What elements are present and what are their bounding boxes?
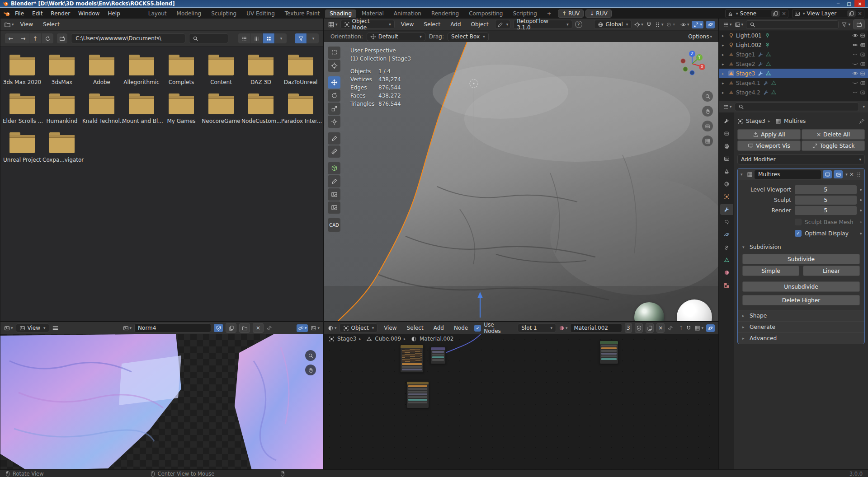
animate-decorator[interactable] <box>860 199 862 201</box>
add-modifier-dropdown[interactable]: Add Modifier▾ <box>737 154 865 164</box>
blender-menu-icon[interactable] <box>4 10 10 17</box>
minimize-button[interactable]: ─ <box>833 0 844 7</box>
ortho-grid-icon[interactable] <box>702 136 713 146</box>
browse-image-dropdown[interactable]: ▾ <box>123 325 132 331</box>
new-collection-button[interactable] <box>853 19 865 29</box>
folder-item[interactable]: 3dsMax <box>42 54 81 85</box>
folder-item[interactable]: Unreal Project <box>3 131 42 163</box>
folder-item[interactable]: Paradox Inter... <box>281 93 320 124</box>
material-name-field[interactable]: Material.002 <box>570 323 622 332</box>
workspace-tab-uv-editing[interactable]: UV Editing <box>242 9 279 18</box>
scene-copy-button[interactable] <box>771 10 780 17</box>
menu-window[interactable]: Window <box>75 9 103 18</box>
cursor-tool[interactable] <box>328 60 340 72</box>
delete-higher-button[interactable]: Delete Higher <box>742 295 860 305</box>
subdivide-linear-button[interactable]: Linear <box>803 266 860 276</box>
proportional-edit-toggle[interactable]: ▾ <box>666 22 675 28</box>
workspace-tab-shading[interactable]: Shading <box>325 9 356 18</box>
rotate-tool[interactable] <box>328 89 340 102</box>
select-box-tool[interactable] <box>328 47 340 59</box>
display-channels-dropdown[interactable]: ▾ <box>311 325 320 331</box>
workspace-tab-layout[interactable]: Layout <box>144 9 171 18</box>
file-path-input[interactable] <box>75 35 182 42</box>
menu-select[interactable]: Select <box>39 20 63 28</box>
shader-type-dropdown[interactable]: Object▾ <box>340 323 378 332</box>
display-settings-dropdown[interactable]: ▾ <box>275 33 287 43</box>
add-workspace-button[interactable]: + <box>542 9 556 18</box>
drag-dropdown[interactable]: Select Box▾ <box>448 33 489 41</box>
measure-tool[interactable] <box>328 145 340 158</box>
open-image-button[interactable] <box>239 323 250 333</box>
folder-item[interactable]: DAZ 3D <box>241 54 280 85</box>
options-dropdown[interactable]: Options▾ <box>688 33 712 40</box>
outliner-filter-dropdown[interactable]: ▾ <box>841 22 850 28</box>
menu-edit[interactable]: Edit <box>28 9 46 18</box>
fake-user-shield-toggle[interactable] <box>214 324 223 332</box>
folder-item[interactable]: My Games <box>162 93 201 124</box>
refresh-button[interactable] <box>42 33 53 43</box>
editor-type-button[interactable]: ▾ <box>328 325 337 331</box>
snap-toggle[interactable] <box>686 325 692 331</box>
material-slot-dropdown[interactable]: Slot 1▾ <box>518 323 556 332</box>
animate-decorator[interactable] <box>860 233 862 234</box>
animate-decorator[interactable] <box>860 189 862 191</box>
menu-node[interactable]: Node <box>450 324 472 332</box>
workspace-tab-animation[interactable]: Animation <box>389 9 426 18</box>
outliner-search-field[interactable] <box>746 20 839 29</box>
render-value[interactable]: 5 <box>795 206 857 215</box>
folder-item[interactable]: NeocoreGame <box>202 93 241 124</box>
back-button[interactable]: ← <box>5 33 17 43</box>
delete-all-button[interactable]: ×Delete All <box>802 129 865 140</box>
folder-item[interactable]: Complets <box>162 54 201 85</box>
folder-item[interactable]: Content <box>202 54 241 85</box>
image-texture-node-2[interactable] <box>406 381 429 408</box>
outliner-item-stage3[interactable]: ▸ Stage3 <box>719 69 868 78</box>
file-search-field[interactable] <box>189 33 228 43</box>
workspace-tab-compositing[interactable]: Compositing <box>464 9 507 18</box>
view-layer-selector[interactable]: ▾ View Layer × <box>792 9 864 18</box>
mode-dropdown[interactable]: Object Mode▾ <box>340 20 395 29</box>
view-layer-remove-icon[interactable]: × <box>858 10 862 17</box>
visibility-eye-icon[interactable] <box>852 70 858 76</box>
parent-dir-button[interactable]: ↑ <box>29 33 41 43</box>
folder-item[interactable]: Adobe <box>82 54 121 85</box>
editor-type-button[interactable]: ▾ <box>4 325 13 331</box>
transform-orientation-dropdown[interactable]: Global▾ <box>594 20 632 29</box>
tab-render[interactable] <box>720 128 733 139</box>
render-disabled-camera-icon[interactable] <box>860 61 866 67</box>
menu-view[interactable]: View <box>380 324 400 332</box>
gizmo-toggle[interactable]: ▾ <box>297 324 308 332</box>
show-gizmo-toggle[interactable]: ▾ <box>692 21 703 28</box>
tab-texture[interactable] <box>720 280 733 291</box>
camera-view-icon[interactable] <box>702 121 713 131</box>
shape-section[interactable]: ▸Shape <box>738 310 864 321</box>
menu-select[interactable]: Select <box>403 324 427 332</box>
show-in-render-toggle[interactable] <box>834 170 843 178</box>
ruv-export-button[interactable]: ↑RUV <box>558 9 584 18</box>
render-camera-icon[interactable] <box>860 42 866 48</box>
zoom-icon[interactable] <box>702 91 713 102</box>
apply-all-button[interactable]: Apply All <box>737 129 801 140</box>
image-name-field[interactable]: Norm4 <box>134 323 211 332</box>
use-nodes-checkbox[interactable]: ✓ <box>474 325 481 332</box>
parent-node-tree-icon[interactable]: ↑ <box>679 325 683 331</box>
retopoflow-menu[interactable]: RetopoFlow 3.1.0▾ <box>513 20 572 29</box>
create-directory-button[interactable] <box>57 33 67 43</box>
scene-unlink-icon[interactable]: × <box>782 10 786 17</box>
editor-type-button[interactable]: ▾ <box>328 21 338 28</box>
unsubdivide-button[interactable]: Unsubdivide <box>742 281 860 292</box>
visibility-closed-eye-icon[interactable] <box>852 51 858 57</box>
render-disabled-camera-icon[interactable] <box>860 89 866 95</box>
outliner-item-stage2[interactable]: ▸ Stage2 <box>719 59 868 69</box>
breadcrumb-modifier[interactable]: Multires <box>784 118 806 124</box>
outliner-item-stage1[interactable]: ▸ Stage1 <box>719 50 868 59</box>
draw-tool[interactable] <box>328 175 340 187</box>
menu-render[interactable]: Render <box>47 9 74 18</box>
display-vertical-list-button[interactable] <box>238 33 250 43</box>
tab-modifiers[interactable] <box>720 204 733 215</box>
transform-tool[interactable] <box>328 116 340 128</box>
outliner-item-light-001[interactable]: ▸ Light.001 <box>719 31 868 40</box>
tool-icon-dropdown[interactable]: ▾ <box>495 20 511 29</box>
shader-node[interactable] <box>599 341 618 364</box>
visibility-closed-eye-icon[interactable] <box>852 80 858 86</box>
